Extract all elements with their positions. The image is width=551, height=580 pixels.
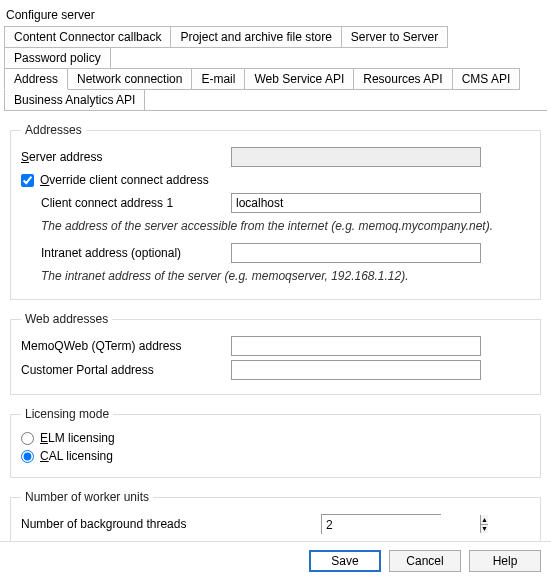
client-connect-input[interactable] <box>231 193 481 213</box>
group-addresses: Addresses Server address Override client… <box>10 123 541 300</box>
cal-label: CAL licensing <box>40 449 113 463</box>
cancel-button[interactable]: Cancel <box>389 550 461 572</box>
qterm-label: MemoQWeb (QTerm) address <box>21 339 231 353</box>
qterm-input[interactable] <box>231 336 481 356</box>
spin-down-icon[interactable]: ▼ <box>481 525 488 534</box>
client-connect-label: Client connect address 1 <box>21 196 231 210</box>
help-button[interactable]: Help <box>469 550 541 572</box>
threads-spinner[interactable]: ▲ ▼ <box>321 514 441 534</box>
client-connect-hint: The address of the server accessible fro… <box>21 217 530 239</box>
portal-input[interactable] <box>231 360 481 380</box>
tab-row-1: Content Connector callback Project and a… <box>0 26 551 68</box>
tab-server-to-server[interactable]: Server to Server <box>341 26 448 48</box>
spin-up-icon[interactable]: ▲ <box>481 515 488 525</box>
override-checkbox[interactable] <box>21 174 34 187</box>
window-title: Configure server <box>0 0 551 26</box>
tab-business-analytics[interactable]: Business Analytics API <box>4 89 145 111</box>
tab-network-connection[interactable]: Network connection <box>67 68 192 90</box>
tab-address[interactable]: Address <box>4 68 68 90</box>
intranet-hint: The intranet address of the server (e.g.… <box>21 267 530 289</box>
intranet-input[interactable] <box>231 243 481 263</box>
tab-content-connector[interactable]: Content Connector callback <box>4 26 171 48</box>
threads-label: Number of background threads <box>21 517 321 531</box>
threads-input[interactable] <box>322 515 480 535</box>
portal-label: Customer Portal address <box>21 363 231 377</box>
group-web-addresses: Web addresses MemoQWeb (QTerm) address C… <box>10 312 541 395</box>
tab-row-2: Address Network connection E-mail Web Se… <box>0 68 551 110</box>
intranet-label: Intranet address (optional) <box>21 246 231 260</box>
server-address-label: Server address <box>21 150 231 164</box>
tab-email[interactable]: E-mail <box>191 68 245 90</box>
server-address-input <box>231 147 481 167</box>
tab-content: Addresses Server address Override client… <box>4 110 547 565</box>
override-label: Override client connect address <box>40 173 209 187</box>
save-button[interactable]: Save <box>309 550 381 572</box>
tab-resources-api[interactable]: Resources API <box>353 68 452 90</box>
dialog-footer: Save Cancel Help <box>0 541 551 580</box>
tab-password-policy[interactable]: Password policy <box>4 47 111 69</box>
tab-project-archive[interactable]: Project and archive file store <box>170 26 341 48</box>
tab-cms-api[interactable]: CMS API <box>452 68 521 90</box>
group-web-legend: Web addresses <box>21 312 112 326</box>
tab-web-service-api[interactable]: Web Service API <box>244 68 354 90</box>
cal-radio[interactable] <box>21 450 34 463</box>
group-licensing-legend: Licensing mode <box>21 407 113 421</box>
group-licensing: Licensing mode ELM licensing CAL licensi… <box>10 407 541 478</box>
elm-label: ELM licensing <box>40 431 115 445</box>
group-addresses-legend: Addresses <box>21 123 86 137</box>
group-workers-legend: Number of worker units <box>21 490 153 504</box>
elm-radio[interactable] <box>21 432 34 445</box>
elm-radio-row[interactable]: ELM licensing <box>21 431 530 445</box>
cal-radio-row[interactable]: CAL licensing <box>21 449 530 463</box>
